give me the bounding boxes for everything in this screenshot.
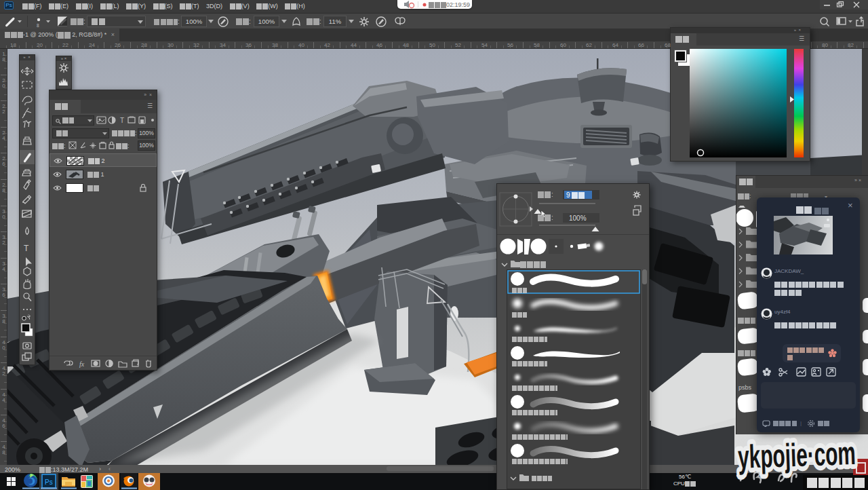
svg-text:8: 8 (37, 23, 39, 28)
svg-text:T: T (120, 117, 124, 124)
svg-text:fx: fx (79, 360, 85, 368)
svg-text:T: T (24, 244, 29, 253)
svg-text:ykpojie·com: ykpojie·com (737, 435, 856, 475)
svg-text:Ps: Ps (45, 478, 53, 486)
